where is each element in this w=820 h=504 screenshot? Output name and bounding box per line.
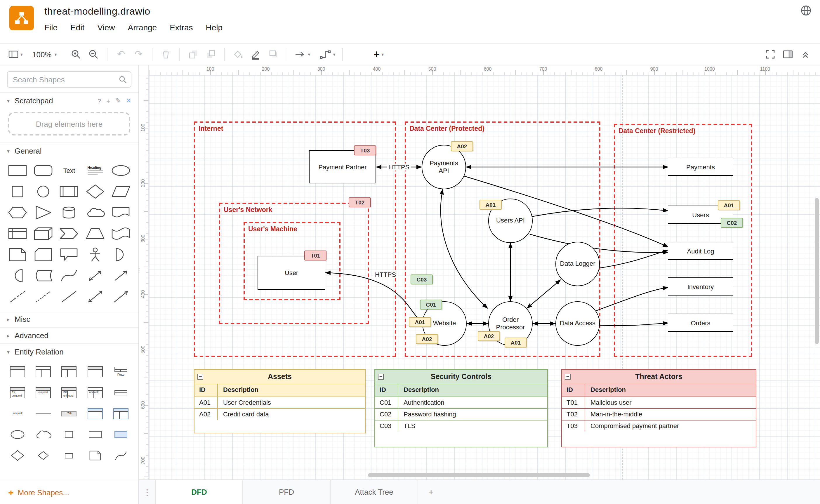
scratchpad-help-icon[interactable]: ? xyxy=(98,97,101,104)
table-collapse-icon[interactable]: − xyxy=(197,374,203,380)
er-shape-table-1[interactable] xyxy=(5,361,30,382)
shape-curve[interactable] xyxy=(56,265,82,286)
tab-pfd[interactable]: PFD xyxy=(243,480,331,504)
undo-button[interactable]: ↶ xyxy=(112,46,130,62)
line-color-button[interactable] xyxy=(247,46,265,62)
waypoint-style-button[interactable]: ▾ xyxy=(317,46,338,62)
shape-square[interactable] xyxy=(5,181,30,202)
er-shape-curve[interactable] xyxy=(108,445,134,466)
badge-a01[interactable]: A01 xyxy=(718,200,740,210)
er-shape-diamond-2[interactable] xyxy=(30,445,56,466)
delete-button[interactable] xyxy=(157,46,175,62)
shape-cloud[interactable] xyxy=(82,202,108,223)
shape-bidirectional-connector[interactable] xyxy=(82,286,108,307)
table-collapse-icon[interactable]: − xyxy=(378,374,384,380)
store-inventory[interactable]: Inventory xyxy=(668,277,733,296)
er-shape-line[interactable] xyxy=(30,403,56,424)
to-back-button[interactable] xyxy=(202,46,220,62)
page-view-button[interactable]: ▾ xyxy=(6,46,25,62)
table-row[interactable]: T02Man-in-the-middle xyxy=(562,408,756,420)
shape-rectangle[interactable] xyxy=(5,160,30,181)
vertical-scrollbar[interactable] xyxy=(815,198,819,344)
edge-data-access-orders[interactable] xyxy=(600,323,668,326)
section-general[interactable]: ▾ General xyxy=(0,142,138,159)
menu-edit[interactable]: Edit xyxy=(70,23,84,32)
badge-a01[interactable]: A01 xyxy=(409,317,431,327)
scratchpad-add-icon[interactable]: + xyxy=(106,97,110,104)
er-shape-note[interactable] xyxy=(82,445,108,466)
shape-bidirectional-arrow[interactable] xyxy=(82,265,108,286)
table-assets[interactable]: −AssetsIDDescriptionA01User CredentialsA… xyxy=(194,369,366,433)
connection-style-button[interactable]: ▾ xyxy=(292,46,313,62)
shape-process[interactable] xyxy=(56,181,82,202)
er-shape-entity-square[interactable] xyxy=(56,424,82,445)
badge-c03[interactable]: C03 xyxy=(411,274,433,284)
shape-triangle[interactable] xyxy=(30,202,56,223)
shape-text[interactable]: Text xyxy=(56,160,82,181)
er-shape-table-pk[interactable]: PK uniqueId xyxy=(5,382,30,403)
shape-dashed-line[interactable] xyxy=(5,286,30,307)
badge-c01[interactable]: C01 xyxy=(420,300,442,310)
badge-a02[interactable]: A02 xyxy=(416,334,438,344)
store-payments[interactable]: Payments xyxy=(668,158,733,176)
table-row[interactable]: A02Credit card data xyxy=(194,408,365,420)
er-shape-cloud[interactable] xyxy=(30,424,56,445)
zoom-out-button[interactable] xyxy=(85,46,103,62)
edge-users-api-users[interactable] xyxy=(531,208,668,217)
shape-hexagon[interactable] xyxy=(5,202,30,223)
section-entity-relation[interactable]: ▾ Entity Relation xyxy=(0,343,138,360)
node-data-access[interactable]: Data Access xyxy=(555,301,600,346)
shape-cylinder[interactable] xyxy=(56,202,82,223)
table-security-controls[interactable]: −Security ControlsIDDescriptionC01Authen… xyxy=(374,369,548,447)
er-shape-table-unique-2[interactable]: uniqueId xyxy=(82,382,108,403)
er-shape-blue-table[interactable] xyxy=(82,403,108,424)
shape-callout[interactable] xyxy=(56,244,82,265)
store-orders[interactable]: Orders xyxy=(668,314,733,332)
section-scratchpad[interactable]: ▾ Scratchpad ? + ✎ ✕ xyxy=(0,92,138,109)
er-shape-table-pk-2[interactable]: PK uniqueId xyxy=(56,382,82,403)
badge-t03[interactable]: T03 xyxy=(354,145,376,155)
er-shape-row[interactable]: Row xyxy=(108,361,134,382)
shape-diamond[interactable] xyxy=(82,181,108,202)
shape-and[interactable] xyxy=(5,265,30,286)
table-row[interactable]: T01Malicious user xyxy=(562,397,756,408)
er-shape-row-2[interactable] xyxy=(108,382,134,403)
er-shape-table-2[interactable] xyxy=(30,361,56,382)
shadow-button[interactable] xyxy=(265,46,282,62)
shape-ellipse[interactable] xyxy=(108,160,134,181)
er-shape-entity-rect[interactable] xyxy=(82,424,108,445)
shape-arrow[interactable] xyxy=(108,265,134,286)
shape-line[interactable] xyxy=(56,286,82,307)
shape-data-storage[interactable] xyxy=(30,265,56,286)
er-shape-item[interactable] xyxy=(56,445,82,466)
shape-step[interactable] xyxy=(56,223,82,244)
shape-card[interactable] xyxy=(30,244,56,265)
er-shape-table-3[interactable] xyxy=(56,361,82,382)
tab-attack-tree[interactable]: Attack Tree xyxy=(331,480,418,504)
shape-note[interactable] xyxy=(5,244,30,265)
fullscreen-button[interactable] xyxy=(762,46,779,62)
er-shape-has-diamond[interactable] xyxy=(5,445,30,466)
menu-extras[interactable]: Extras xyxy=(170,23,193,32)
badge-t02[interactable]: T02 xyxy=(349,197,371,207)
shape-or[interactable] xyxy=(108,244,134,265)
edge-users-api-audit-log[interactable] xyxy=(530,234,668,253)
table-row[interactable]: C01Authentication xyxy=(375,397,547,408)
badge-a02[interactable]: A02 xyxy=(478,331,500,341)
badge-t01[interactable]: T01 xyxy=(304,251,326,260)
zoom-in-button[interactable] xyxy=(67,46,85,62)
table-collapse-icon[interactable]: − xyxy=(565,374,571,380)
er-shape-attribute[interactable] xyxy=(5,424,30,445)
collapse-toolbar-button[interactable] xyxy=(797,46,814,62)
table-row[interactable]: C02Password hashing xyxy=(375,408,547,420)
badge-c02[interactable]: C02 xyxy=(721,218,743,228)
er-shape-table-unique[interactable]: uniqueId xyxy=(30,382,56,403)
node-user[interactable]: User xyxy=(258,256,325,290)
document-title[interactable]: threat-modelling.drawio xyxy=(44,6,223,18)
edge-data-access-inventory[interactable] xyxy=(596,287,668,311)
language-globe-icon[interactable] xyxy=(800,5,812,19)
menu-file[interactable]: File xyxy=(44,23,58,32)
table-row[interactable]: C03TLS xyxy=(375,420,547,432)
scratchpad-close-icon[interactable]: ✕ xyxy=(126,97,131,105)
edge-order-processor-data-logger[interactable] xyxy=(527,280,561,308)
